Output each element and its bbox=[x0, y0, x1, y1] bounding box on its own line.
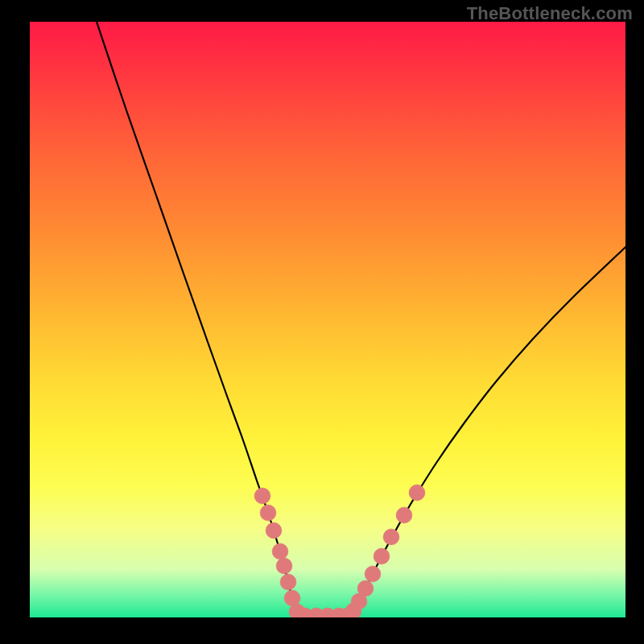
data-dot bbox=[409, 485, 425, 501]
data-dot bbox=[272, 543, 288, 559]
data-dot bbox=[254, 488, 270, 504]
curve-right bbox=[350, 247, 625, 617]
data-dot bbox=[276, 558, 292, 574]
chart-frame: TheBottleneck.com bbox=[0, 0, 644, 644]
data-dot bbox=[266, 522, 282, 539]
plot-area bbox=[30, 22, 625, 617]
data-dots bbox=[254, 485, 425, 617]
data-dot bbox=[357, 580, 374, 597]
data-dot bbox=[280, 574, 296, 590]
data-dot bbox=[396, 507, 412, 523]
data-dot bbox=[374, 548, 390, 564]
data-dot bbox=[365, 566, 381, 582]
watermark-text: TheBottleneck.com bbox=[467, 3, 633, 24]
data-dot bbox=[260, 505, 276, 521]
curve-overlay bbox=[30, 22, 625, 617]
data-dot bbox=[383, 529, 399, 545]
